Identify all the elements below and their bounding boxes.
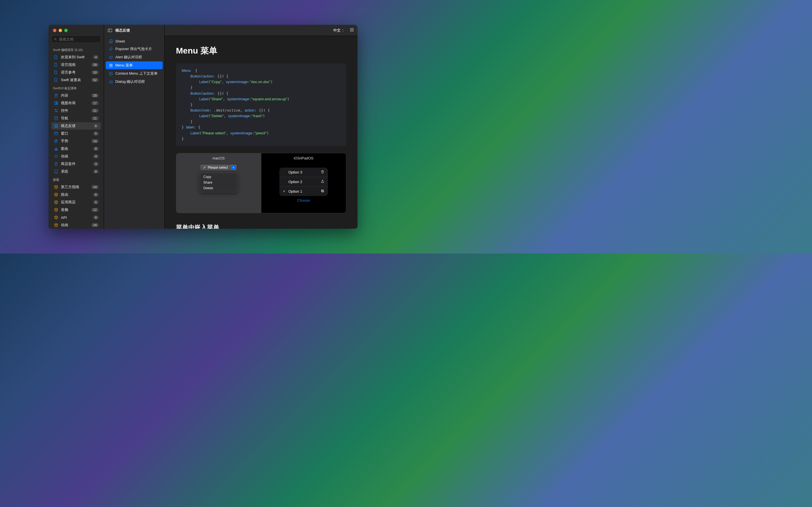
close-button[interactable] (53, 29, 56, 32)
count-badge: 3 (93, 162, 99, 166)
svg-rect-21 (57, 149, 57, 150)
sidebar-item[interactable]: 语言指南 29 (51, 61, 101, 68)
sidebar-item-label: 内容 (61, 93, 89, 98)
layout-icon (54, 101, 59, 106)
sidebar-item-label: 语言指南 (61, 62, 89, 67)
ios-choose-button[interactable]: Choose (297, 198, 310, 203)
sidebar-item[interactable]: 内容 20 (51, 92, 101, 99)
sidebar-item[interactable]: 窗口 5 (51, 130, 101, 137)
count-badge: 8 (93, 216, 99, 219)
sidebar-item[interactable]: 手势 14 (51, 137, 101, 145)
grid-view-button[interactable] (350, 27, 354, 33)
section-item[interactable]: Sheet (106, 38, 163, 45)
svg-rect-19 (55, 149, 56, 150)
minimize-button[interactable] (59, 29, 62, 32)
svg-rect-38 (109, 80, 112, 83)
sidebar-item[interactable]: API 8 (51, 214, 101, 221)
macos-dropdown: CopyShareDelete (200, 173, 238, 192)
sidebar-item[interactable]: 视图布局 17 (51, 100, 101, 107)
section-item[interactable]: Popover 弹出气泡卡片 (106, 45, 163, 53)
sidebar-item[interactable]: 路由 6 (51, 191, 101, 198)
search-icon (54, 38, 57, 41)
macos-menu-item[interactable]: Share (201, 180, 236, 185)
count-badge: 10 (91, 70, 99, 74)
updown-icon (342, 29, 344, 32)
cube-icon (54, 184, 59, 189)
device-icon (54, 169, 59, 174)
sidebar-item[interactable]: 动画 4 (51, 153, 101, 160)
sidebar-item[interactable]: Swift 速查表 52 (51, 76, 101, 83)
sidebar-item-label: 第三方指南 (61, 184, 89, 189)
bag-icon (54, 161, 59, 166)
ios-menu: Option 3 Option 2 ✓ Option 1 (280, 168, 328, 196)
count-badge: 4 (93, 55, 99, 59)
sidebar-item[interactable]: 控件 21 (51, 107, 101, 114)
preview-panel: macOS Please select CopyShareDelete iOS/… (176, 153, 346, 213)
sidebar-item[interactable]: 动画 24 (51, 221, 101, 229)
sidebar-item-label: 系统 (61, 169, 91, 174)
svg-rect-35 (109, 72, 112, 75)
sidebar-item[interactable]: 音频 12 (51, 206, 101, 214)
language-selector[interactable]: 中文 (332, 27, 346, 34)
sidebar-item-label: 导航 (61, 116, 89, 121)
sidebar-item[interactable]: 语言参考 10 (51, 69, 101, 76)
sidebar-item[interactable]: 欢迎来到 Swift 4 (51, 54, 101, 61)
zoom-button[interactable] (64, 29, 68, 32)
sidebar: Swift 编程语言 (5.10) 欢迎来到 Swift 4 语言指南 29 语… (49, 25, 104, 229)
sidebar-item-label: 动画 (61, 223, 89, 228)
code-block[interactable]: Menu { Button(action: {}) { Label("Copy"… (176, 63, 346, 146)
ios-menu-label: Option 2 (289, 180, 302, 184)
sidebar-item[interactable]: 模态反馈 6 (51, 122, 101, 129)
section-item[interactable]: Dialog 确认对话框 (106, 78, 163, 86)
cube-icon (54, 207, 59, 212)
sidebar-section-header: 探索 (50, 175, 102, 183)
count-badge: 14 (91, 139, 99, 143)
macos-menu-button[interactable]: Please select (200, 164, 237, 171)
sidebar-item[interactable]: 系统 8 (51, 168, 101, 175)
section-item[interactable]: Menu 菜单 (106, 61, 163, 69)
cube-icon (54, 223, 59, 228)
search-field[interactable] (51, 36, 101, 43)
pencil-icon (203, 166, 206, 169)
sidebar-toggle-icon[interactable] (107, 28, 112, 33)
count-badge: 21 (91, 109, 99, 113)
svg-rect-16 (54, 132, 58, 135)
count-badge: 24 (91, 223, 99, 227)
menu-icon (109, 63, 113, 68)
count-badge: 14 (91, 185, 99, 189)
sidebar-item[interactable]: 导航 11 (51, 115, 101, 122)
hand-icon (54, 138, 59, 144)
section-item[interactable]: Alert 确认对话框 (106, 53, 163, 61)
sidebar-item[interactable]: 第三方指南 14 (51, 183, 101, 191)
svg-rect-32 (110, 64, 112, 67)
sidebar-item[interactable]: 图表 8 (51, 145, 101, 152)
macos-menu-item[interactable]: Delete (201, 185, 236, 191)
cube-icon (54, 215, 59, 220)
section-item[interactable]: Context Menu 上下文菜单 (106, 69, 163, 77)
sidebar-item-label: 商店套件 (61, 161, 91, 166)
svg-point-0 (54, 38, 56, 40)
sidebar-item-label: 音频 (61, 207, 89, 212)
ios-menu-item[interactable]: Option 3 (280, 168, 328, 177)
count-badge: 5 (93, 131, 99, 135)
content-pane: 中文 Menu 菜单 Menu { Button(action: {}) { L… (165, 25, 357, 229)
share-icon (320, 179, 324, 184)
preview-macos-label: macOS (213, 153, 225, 164)
svg-rect-20 (56, 148, 56, 150)
sidebar-item[interactable]: 应用商店 5 (51, 199, 101, 206)
search-input[interactable] (59, 37, 98, 41)
svg-rect-5 (54, 102, 56, 105)
preview-ios-label: iOS/iPadOS (294, 153, 313, 164)
modal-icon (54, 123, 59, 128)
svg-rect-12 (55, 117, 58, 120)
preview-macos: macOS Please select CopyShareDelete (176, 153, 261, 213)
app-window: Swift 编程语言 (5.10) 欢迎来到 Swift 4 语言指南 29 语… (49, 25, 357, 229)
svg-rect-46 (321, 190, 323, 191)
macos-menu-item[interactable]: Copy (201, 174, 236, 180)
slider-icon (54, 108, 59, 113)
sidebar-item-label: 手势 (61, 138, 89, 144)
ios-menu-item[interactable]: Option 2 (280, 177, 328, 187)
sidebar-item[interactable]: 商店套件 3 (51, 160, 101, 168)
section-item-label: Dialog 确认对话框 (115, 79, 145, 84)
ios-menu-item[interactable]: ✓ Option 1 (280, 187, 328, 196)
